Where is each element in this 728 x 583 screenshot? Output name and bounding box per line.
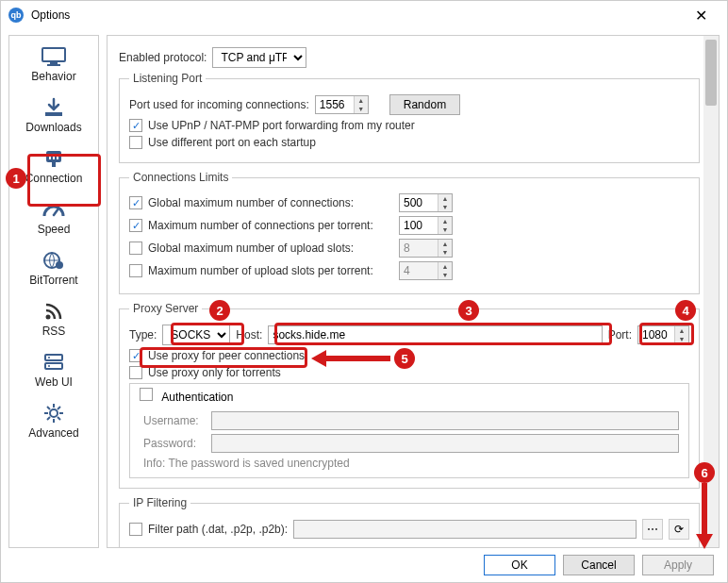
svg-rect-2	[47, 64, 60, 66]
sidebar-label: Web UI	[35, 375, 73, 389]
svg-point-11	[56, 261, 63, 269]
svg-rect-6	[53, 154, 55, 159]
annotation-badge-2: 2	[209, 300, 230, 321]
global-max-conn-input[interactable]: ▲▼	[399, 193, 453, 212]
filter-path-input[interactable]	[293, 520, 637, 539]
proxy-type-select[interactable]: SOCKS5	[162, 325, 230, 345]
per-torrent-upload-slots-checkbox[interactable]	[129, 264, 142, 277]
global-upload-slots-label: Global maximum number of upload slots:	[148, 242, 393, 255]
proxy-host-label: Host:	[236, 328, 262, 341]
rss-icon	[39, 300, 69, 323]
svg-point-17	[50, 409, 58, 417]
upnp-label: Use UPnP / NAT-PMP port forwarding from …	[148, 119, 415, 132]
enabled-protocol-label: Enabled protocol:	[119, 51, 207, 64]
authentication-label: Authentication	[161, 391, 233, 404]
main-panel: Enabled protocol: TCP and μTP Listening …	[107, 35, 720, 548]
sidebar-label: Connection	[25, 172, 83, 185]
ok-button[interactable]: OK	[484, 555, 555, 575]
filter-path-checkbox[interactable]	[129, 523, 142, 536]
per-torrent-conn-checkbox[interactable]	[129, 219, 142, 232]
titlebar: qb Options ✕	[1, 1, 727, 29]
listening-port-legend: Listening Port	[129, 72, 206, 85]
annotation-badge-6: 6	[694, 462, 715, 483]
app-icon: qb	[8, 8, 24, 23]
svg-rect-14	[45, 363, 62, 369]
sidebar-label: Speed	[38, 223, 71, 236]
spin-up-icon[interactable]: ▲	[355, 96, 368, 105]
upnp-checkbox[interactable]	[129, 119, 142, 132]
authentication-checkbox[interactable]	[140, 388, 153, 401]
authentication-group: Authentication Username: Password: Info:…	[129, 383, 689, 478]
monitor-icon	[39, 45, 69, 68]
global-max-conn-label: Global maximum number of connections:	[148, 196, 393, 209]
apply-button[interactable]: Apply	[642, 555, 714, 575]
proxy-host-input[interactable]	[268, 325, 602, 344]
proxy-port-label: Port:	[608, 328, 632, 341]
svg-line-25	[58, 407, 60, 409]
username-label: Username:	[143, 414, 206, 427]
filter-path-label: Filter path (.dat, .p2p, .p2b):	[148, 523, 288, 536]
svg-line-23	[58, 417, 60, 420]
per-torrent-upload-slots-label: Maximum number of upload slots per torre…	[148, 264, 393, 277]
sidebar-item-behavior[interactable]: Behavior	[11, 42, 96, 87]
svg-point-12	[46, 315, 51, 320]
svg-rect-3	[45, 112, 62, 116]
download-icon	[39, 96, 69, 119]
svg-line-9	[54, 208, 58, 215]
incoming-port-label: Port used for incoming connections:	[129, 98, 309, 111]
random-port-button[interactable]: Random	[389, 94, 460, 115]
scrollbar-thumb[interactable]	[705, 40, 717, 106]
svg-point-16	[48, 365, 50, 367]
sidebar-item-advanced[interactable]: Advanced	[11, 398, 96, 443]
svg-rect-13	[45, 355, 62, 360]
gauge-icon	[39, 198, 69, 221]
close-icon[interactable]: ✕	[682, 1, 720, 29]
proxy-peer-checkbox[interactable]	[129, 349, 142, 362]
ip-filtering-group: IP Filtering Filter path (.dat, .p2p, .p…	[119, 496, 700, 547]
reload-filter-button[interactable]: ⟳	[669, 519, 689, 540]
globe-gear-icon	[39, 249, 69, 272]
sidebar-item-rss[interactable]: RSS	[11, 296, 96, 341]
connection-icon	[39, 147, 69, 170]
sidebar-label: Behavior	[31, 70, 75, 83]
svg-rect-8	[52, 162, 56, 167]
browse-filter-button[interactable]: ⋯	[642, 519, 663, 540]
svg-rect-0	[42, 48, 65, 61]
incoming-port-input[interactable]: ▲▼	[315, 95, 369, 114]
annotation-badge-5: 5	[394, 348, 415, 369]
proxy-port-input[interactable]: ▲▼	[637, 325, 689, 344]
proxy-server-group: Proxy Server Type: SOCKS5 Host: Port: ▲▼…	[119, 302, 700, 489]
sidebar-item-speed[interactable]: Speed	[11, 194, 96, 240]
annotation-badge-3: 3	[458, 300, 479, 321]
password-input	[211, 434, 679, 453]
server-icon	[39, 351, 69, 374]
different-port-checkbox[interactable]	[129, 136, 142, 149]
password-label: Password:	[143, 437, 206, 450]
annotation-badge-4: 4	[675, 300, 696, 321]
listening-port-group: Listening Port Port used for incoming co…	[119, 72, 700, 163]
proxy-server-legend: Proxy Server	[129, 302, 202, 315]
svg-line-22	[47, 407, 50, 409]
connection-limits-legend: Connections Limits	[129, 171, 232, 184]
window-title: Options	[31, 8, 682, 22]
global-upload-slots-checkbox[interactable]	[129, 242, 142, 255]
different-port-label: Use different port on each startup	[148, 136, 316, 149]
per-torrent-conn-input[interactable]: ▲▼	[399, 216, 453, 235]
per-torrent-conn-label: Maximum number of connections per torren…	[148, 219, 393, 232]
svg-rect-1	[50, 62, 58, 64]
username-input	[211, 411, 679, 430]
proxy-only-torrents-checkbox[interactable]	[129, 366, 142, 379]
svg-rect-7	[57, 154, 58, 159]
sidebar-item-downloads[interactable]: Downloads	[11, 92, 96, 138]
cancel-button[interactable]: Cancel	[563, 555, 635, 575]
enabled-protocol-select[interactable]: TCP and μTP	[212, 47, 306, 68]
global-max-conn-checkbox[interactable]	[129, 196, 142, 209]
annotation-badge-1: 1	[6, 168, 26, 189]
sidebar-label: BitTorrent	[29, 274, 77, 287]
per-torrent-upload-slots-input: ▲▼	[399, 261, 453, 280]
sidebar-item-bittorrent[interactable]: BitTorrent	[11, 245, 96, 291]
spin-down-icon[interactable]: ▼	[355, 105, 368, 113]
sidebar-item-webui[interactable]: Web UI	[11, 347, 96, 392]
svg-point-15	[48, 357, 50, 358]
connection-limits-group: Connections Limits Global maximum number…	[119, 171, 700, 294]
